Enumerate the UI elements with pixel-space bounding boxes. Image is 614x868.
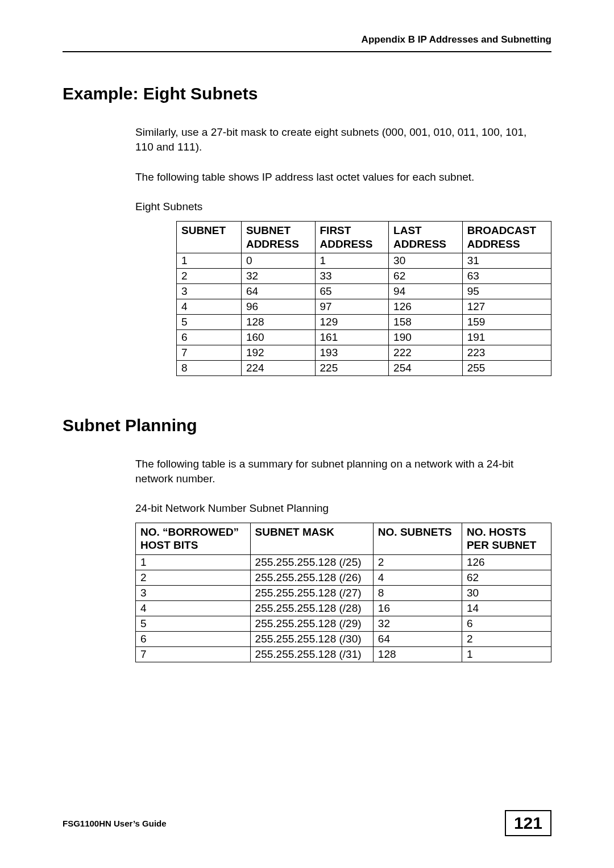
table-eight-subnets-wrap: SUBNETSUBNET ADDRESSFIRST ADDRESSLAST AD… xyxy=(176,221,551,377)
table-header-cell: SUBNET xyxy=(177,221,242,253)
table-cell: 222 xyxy=(389,345,463,361)
table-header-cell: NO. “BORROWED” HOST BITS xyxy=(136,523,251,555)
table-cell: 30 xyxy=(389,253,463,269)
table-cell: 224 xyxy=(241,361,315,376)
table-header-cell: NO. HOSTS PER SUBNET xyxy=(462,523,551,555)
table-cell: 94 xyxy=(389,284,463,299)
table-cell: 128 xyxy=(241,315,315,330)
table-cell: 255.255.255.128 (/31) xyxy=(250,647,373,662)
table-cell: 8 xyxy=(373,586,462,601)
table-cell: 255.255.255.128 (/25) xyxy=(250,555,373,570)
table-cell: 64 xyxy=(241,284,315,299)
page-footer: FSG1100HN User’s Guide 121 xyxy=(63,810,551,836)
table-row: 6160161190191 xyxy=(177,330,551,345)
table-cell: 2 xyxy=(177,269,242,284)
table-cell: 95 xyxy=(462,284,551,299)
page-number: 121 xyxy=(505,810,551,836)
table-cell: 32 xyxy=(373,616,462,632)
table-row: 2255.255.255.128 (/26)462 xyxy=(136,570,551,586)
section1-table-caption: Eight Subnets xyxy=(135,201,546,213)
table-cell: 255.255.255.128 (/30) xyxy=(250,632,373,647)
table-row: 3255.255.255.128 (/27)830 xyxy=(136,586,551,601)
table-cell: 126 xyxy=(462,555,551,570)
table-cell: 255.255.255.128 (/29) xyxy=(250,616,373,632)
table-cell: 3 xyxy=(136,586,251,601)
table-header-cell: SUBNET MASK xyxy=(250,523,373,555)
table-cell: 31 xyxy=(462,253,551,269)
table-cell: 192 xyxy=(241,345,315,361)
table-row: 7255.255.255.128 (/31)1281 xyxy=(136,647,551,662)
table-row: 364659495 xyxy=(177,284,551,299)
table-cell: 5 xyxy=(136,616,251,632)
table-cell: 255.255.255.128 (/28) xyxy=(250,601,373,616)
table-row: 232336263 xyxy=(177,269,551,284)
table-cell: 65 xyxy=(315,284,389,299)
table-cell: 63 xyxy=(462,269,551,284)
table-cell: 255.255.255.128 (/26) xyxy=(250,570,373,586)
running-header: Appendix B IP Addresses and Subnetting xyxy=(63,34,551,52)
table-cell: 16 xyxy=(373,601,462,616)
table-header-cell: NO. SUBNETS xyxy=(373,523,462,555)
table-cell: 32 xyxy=(241,269,315,284)
table-eight-subnets: SUBNETSUBNET ADDRESSFIRST ADDRESSLAST AD… xyxy=(176,221,551,377)
section2-table-caption: 24-bit Network Number Subnet Planning xyxy=(135,502,546,515)
table-cell: 6 xyxy=(136,632,251,647)
table-cell: 30 xyxy=(462,586,551,601)
section1-body: Similarly, use a 27-bit mask to create e… xyxy=(135,125,546,213)
table-header-cell: BROADCAST ADDRESS xyxy=(462,221,551,253)
table-row: 49697126127 xyxy=(177,299,551,315)
table-cell: 0 xyxy=(241,253,315,269)
table-cell: 5 xyxy=(177,315,242,330)
table-row: 5255.255.255.128 (/29)326 xyxy=(136,616,551,632)
table-cell: 129 xyxy=(315,315,389,330)
table-cell: 193 xyxy=(315,345,389,361)
table-cell: 96 xyxy=(241,299,315,315)
table-row: 4255.255.255.128 (/28)1614 xyxy=(136,601,551,616)
table-cell: 2 xyxy=(462,632,551,647)
section-heading-eight-subnets: Example: Eight Subnets xyxy=(63,84,551,103)
table-cell: 190 xyxy=(389,330,463,345)
table-cell: 159 xyxy=(462,315,551,330)
table-cell: 4 xyxy=(373,570,462,586)
table-cell: 1 xyxy=(315,253,389,269)
table-cell: 255 xyxy=(462,361,551,376)
table-cell: 4 xyxy=(177,299,242,315)
table-cell: 62 xyxy=(462,570,551,586)
table-cell: 1 xyxy=(177,253,242,269)
page: Appendix B IP Addresses and Subnetting E… xyxy=(0,0,614,868)
table-cell: 7 xyxy=(177,345,242,361)
table-cell: 8 xyxy=(177,361,242,376)
table-cell: 6 xyxy=(177,330,242,345)
table-cell: 161 xyxy=(315,330,389,345)
table-cell: 191 xyxy=(462,330,551,345)
table-cell: 2 xyxy=(373,555,462,570)
table-cell: 254 xyxy=(389,361,463,376)
section2-para1: The following table is a summary for sub… xyxy=(135,457,546,486)
table-row: 5128129158159 xyxy=(177,315,551,330)
table-cell: 6 xyxy=(462,616,551,632)
table-cell: 33 xyxy=(315,269,389,284)
table-subnet-planning-wrap: NO. “BORROWED” HOST BITSSUBNET MASKNO. S… xyxy=(135,523,551,663)
section1-para1: Similarly, use a 27-bit mask to create e… xyxy=(135,125,546,154)
table-row: 8224225254255 xyxy=(177,361,551,376)
table-cell: 62 xyxy=(389,269,463,284)
table-cell: 7 xyxy=(136,647,251,662)
table-header-cell: LAST ADDRESS xyxy=(389,221,463,253)
table-cell: 3 xyxy=(177,284,242,299)
table-cell: 64 xyxy=(373,632,462,647)
table-cell: 160 xyxy=(241,330,315,345)
table-cell: 127 xyxy=(462,299,551,315)
table-cell: 4 xyxy=(136,601,251,616)
table-row: 1255.255.255.128 (/25)2126 xyxy=(136,555,551,570)
table-header-cell: SUBNET ADDRESS xyxy=(241,221,315,253)
section1-para2: The following table shows IP address las… xyxy=(135,170,546,185)
table-row: 6255.255.255.128 (/30)642 xyxy=(136,632,551,647)
table-cell: 1 xyxy=(136,555,251,570)
table-cell: 255.255.255.128 (/27) xyxy=(250,586,373,601)
table-header-cell: FIRST ADDRESS xyxy=(315,221,389,253)
footer-guide-name: FSG1100HN User’s Guide xyxy=(63,819,167,828)
table-cell: 126 xyxy=(389,299,463,315)
section2-body: The following table is a summary for sub… xyxy=(135,457,546,514)
table-cell: 14 xyxy=(462,601,551,616)
table-row: 1013031 xyxy=(177,253,551,269)
